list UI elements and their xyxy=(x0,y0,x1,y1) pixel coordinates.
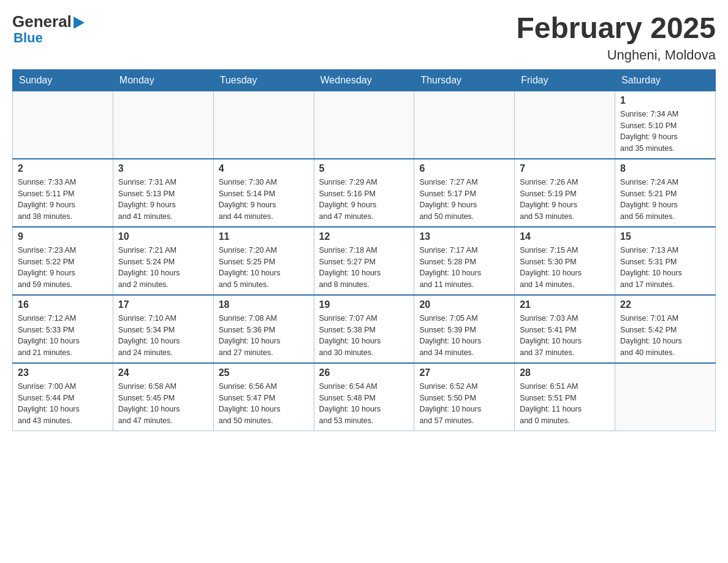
logo-general-text: General xyxy=(12,12,72,31)
header-wednesday: Wednesday xyxy=(314,69,414,91)
day-number: 9 xyxy=(18,231,108,242)
day-number: 19 xyxy=(319,299,409,310)
day-info: Sunrise: 7:17 AMSunset: 5:28 PMDaylight:… xyxy=(419,245,509,291)
day-info: Sunrise: 7:34 AMSunset: 5:10 PMDaylight:… xyxy=(620,109,710,155)
day-number: 25 xyxy=(219,367,309,378)
day-number: 20 xyxy=(419,299,509,310)
day-number: 22 xyxy=(620,299,710,310)
calendar-cell-w1-d4 xyxy=(314,91,414,159)
day-number: 27 xyxy=(419,367,509,378)
header-friday: Friday xyxy=(515,69,615,91)
day-info: Sunrise: 7:03 AMSunset: 5:41 PMDaylight:… xyxy=(520,313,610,359)
calendar-cell-w5-d5: 27Sunrise: 6:52 AMSunset: 5:50 PMDayligh… xyxy=(414,363,515,431)
day-info: Sunrise: 7:31 AMSunset: 5:13 PMDaylight:… xyxy=(118,177,208,223)
calendar-cell-w2-d4: 5Sunrise: 7:29 AMSunset: 5:16 PMDaylight… xyxy=(314,159,414,227)
day-info: Sunrise: 7:20 AMSunset: 5:25 PMDaylight:… xyxy=(219,245,309,291)
calendar-cell-w5-d7 xyxy=(615,363,716,431)
day-number: 4 xyxy=(219,163,309,174)
calendar-cell-w4-d7: 22Sunrise: 7:01 AMSunset: 5:42 PMDayligh… xyxy=(615,295,716,363)
calendar-cell-w3-d3: 11Sunrise: 7:20 AMSunset: 5:25 PMDayligh… xyxy=(213,227,314,295)
day-number: 2 xyxy=(18,163,108,174)
day-info: Sunrise: 6:58 AMSunset: 5:45 PMDaylight:… xyxy=(118,381,208,427)
calendar-cell-w1-d5 xyxy=(414,91,515,159)
day-number: 10 xyxy=(118,231,208,242)
day-info: Sunrise: 6:51 AMSunset: 5:51 PMDaylight:… xyxy=(520,381,610,427)
title-section: February 2025 Ungheni, Moldova xyxy=(516,12,716,63)
calendar-cell-w4-d4: 19Sunrise: 7:07 AMSunset: 5:38 PMDayligh… xyxy=(314,295,414,363)
day-number: 7 xyxy=(520,163,610,174)
header-sunday: Sunday xyxy=(13,69,113,91)
day-number: 1 xyxy=(620,95,710,106)
day-info: Sunrise: 7:01 AMSunset: 5:42 PMDaylight:… xyxy=(620,313,710,359)
day-number: 18 xyxy=(219,299,309,310)
day-info: Sunrise: 7:18 AMSunset: 5:27 PMDaylight:… xyxy=(319,245,409,291)
day-info: Sunrise: 7:07 AMSunset: 5:38 PMDaylight:… xyxy=(319,313,409,359)
day-info: Sunrise: 7:26 AMSunset: 5:19 PMDaylight:… xyxy=(520,177,610,223)
day-info: Sunrise: 7:21 AMSunset: 5:24 PMDaylight:… xyxy=(118,245,208,291)
calendar-cell-w4-d3: 18Sunrise: 7:08 AMSunset: 5:36 PMDayligh… xyxy=(213,295,314,363)
logo: General Blue xyxy=(12,12,85,46)
calendar-week-2: 2Sunrise: 7:33 AMSunset: 5:11 PMDaylight… xyxy=(13,159,716,227)
day-number: 15 xyxy=(620,231,710,242)
day-number: 13 xyxy=(419,231,509,242)
day-info: Sunrise: 7:33 AMSunset: 5:11 PMDaylight:… xyxy=(18,177,108,223)
calendar-cell-w5-d2: 24Sunrise: 6:58 AMSunset: 5:45 PMDayligh… xyxy=(113,363,213,431)
day-number: 16 xyxy=(18,299,108,310)
day-info: Sunrise: 7:05 AMSunset: 5:39 PMDaylight:… xyxy=(419,313,509,359)
day-number: 17 xyxy=(118,299,208,310)
day-number: 8 xyxy=(620,163,710,174)
calendar-cell-w4-d5: 20Sunrise: 7:05 AMSunset: 5:39 PMDayligh… xyxy=(414,295,515,363)
day-info: Sunrise: 7:12 AMSunset: 5:33 PMDaylight:… xyxy=(18,313,108,359)
day-info: Sunrise: 7:27 AMSunset: 5:17 PMDaylight:… xyxy=(419,177,509,223)
calendar-week-4: 16Sunrise: 7:12 AMSunset: 5:33 PMDayligh… xyxy=(13,295,716,363)
calendar-cell-w3-d5: 13Sunrise: 7:17 AMSunset: 5:28 PMDayligh… xyxy=(414,227,515,295)
day-info: Sunrise: 7:13 AMSunset: 5:31 PMDaylight:… xyxy=(620,245,710,291)
day-info: Sunrise: 7:15 AMSunset: 5:30 PMDaylight:… xyxy=(520,245,610,291)
calendar-cell-w2-d6: 7Sunrise: 7:26 AMSunset: 5:19 PMDaylight… xyxy=(515,159,615,227)
calendar-cell-w3-d7: 15Sunrise: 7:13 AMSunset: 5:31 PMDayligh… xyxy=(615,227,716,295)
calendar-cell-w3-d2: 10Sunrise: 7:21 AMSunset: 5:24 PMDayligh… xyxy=(113,227,213,295)
calendar-week-1: 1Sunrise: 7:34 AMSunset: 5:10 PMDaylight… xyxy=(13,91,716,159)
header-thursday: Thursday xyxy=(414,69,515,91)
day-number: 28 xyxy=(520,367,610,378)
day-number: 24 xyxy=(118,367,208,378)
calendar-title: February 2025 xyxy=(516,12,716,45)
day-number: 23 xyxy=(18,367,108,378)
logo-arrow-icon xyxy=(74,17,85,29)
calendar-cell-w2-d5: 6Sunrise: 7:27 AMSunset: 5:17 PMDaylight… xyxy=(414,159,515,227)
day-number: 11 xyxy=(219,231,309,242)
calendar-cell-w4-d2: 17Sunrise: 7:10 AMSunset: 5:34 PMDayligh… xyxy=(113,295,213,363)
day-number: 6 xyxy=(419,163,509,174)
day-info: Sunrise: 6:56 AMSunset: 5:47 PMDaylight:… xyxy=(219,381,309,427)
calendar-table: Sunday Monday Tuesday Wednesday Thursday… xyxy=(12,69,716,431)
day-info: Sunrise: 6:52 AMSunset: 5:50 PMDaylight:… xyxy=(419,381,509,427)
day-info: Sunrise: 7:10 AMSunset: 5:34 PMDaylight:… xyxy=(118,313,208,359)
calendar-cell-w2-d1: 2Sunrise: 7:33 AMSunset: 5:11 PMDaylight… xyxy=(13,159,113,227)
calendar-cell-w3-d4: 12Sunrise: 7:18 AMSunset: 5:27 PMDayligh… xyxy=(314,227,414,295)
day-info: Sunrise: 7:29 AMSunset: 5:16 PMDaylight:… xyxy=(319,177,409,223)
calendar-week-3: 9Sunrise: 7:23 AMSunset: 5:22 PMDaylight… xyxy=(13,227,716,295)
header-monday: Monday xyxy=(113,69,213,91)
day-info: Sunrise: 6:54 AMSunset: 5:48 PMDaylight:… xyxy=(319,381,409,427)
calendar-cell-w5-d3: 25Sunrise: 6:56 AMSunset: 5:47 PMDayligh… xyxy=(213,363,314,431)
day-number: 12 xyxy=(319,231,409,242)
calendar-cell-w1-d1 xyxy=(13,91,113,159)
header-tuesday: Tuesday xyxy=(213,69,314,91)
day-number: 14 xyxy=(520,231,610,242)
calendar-subtitle: Ungheni, Moldova xyxy=(516,47,716,63)
calendar-cell-w4-d1: 16Sunrise: 7:12 AMSunset: 5:33 PMDayligh… xyxy=(13,295,113,363)
calendar-cell-w2-d7: 8Sunrise: 7:24 AMSunset: 5:21 PMDaylight… xyxy=(615,159,716,227)
day-info: Sunrise: 7:23 AMSunset: 5:22 PMDaylight:… xyxy=(18,245,108,291)
calendar-header-row: Sunday Monday Tuesday Wednesday Thursday… xyxy=(13,69,716,91)
calendar-cell-w1-d2 xyxy=(113,91,213,159)
day-info: Sunrise: 7:00 AMSunset: 5:44 PMDaylight:… xyxy=(18,381,108,427)
svg-marker-0 xyxy=(74,17,85,29)
calendar-cell-w1-d3 xyxy=(213,91,314,159)
day-number: 26 xyxy=(319,367,409,378)
calendar-cell-w2-d3: 4Sunrise: 7:30 AMSunset: 5:14 PMDaylight… xyxy=(213,159,314,227)
page-header: General Blue February 2025 Ungheni, Mold… xyxy=(12,12,716,63)
logo-blue-text: Blue xyxy=(13,30,85,46)
header-saturday: Saturday xyxy=(615,69,716,91)
day-number: 3 xyxy=(118,163,208,174)
calendar-cell-w5-d1: 23Sunrise: 7:00 AMSunset: 5:44 PMDayligh… xyxy=(13,363,113,431)
